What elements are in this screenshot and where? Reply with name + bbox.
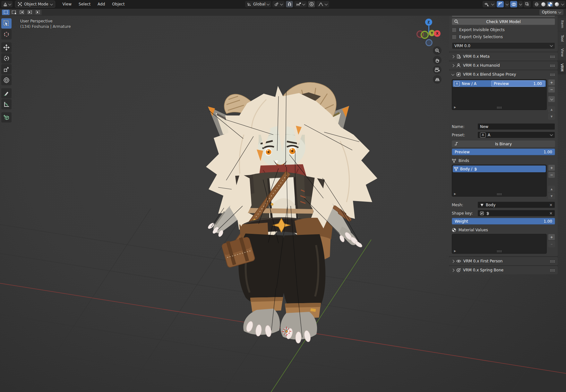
weight-slider[interactable]: Weight 1.00	[452, 218, 555, 225]
list-resize-grip[interactable]	[497, 193, 502, 195]
tab-vrm[interactable]: VRM	[558, 60, 566, 74]
tool-cursor[interactable]	[1, 29, 12, 39]
item-preview-slider[interactable]: Preview 1.00	[491, 81, 545, 87]
shading-material-button[interactable]	[547, 2, 553, 7]
gizmo-dropdown[interactable]	[505, 1, 509, 7]
camera-view-button[interactable]	[433, 65, 442, 74]
list-expand-icon[interactable]: ▶	[454, 192, 456, 195]
tool-add-cube[interactable]	[1, 112, 12, 123]
gizmo-z-ball[interactable]: Z	[425, 19, 432, 26]
export-invisible-checkbox[interactable]	[452, 28, 457, 32]
shapekey-field[interactable]: ×	[477, 210, 555, 217]
add-item-button[interactable]: +	[548, 79, 555, 86]
xray-toggle[interactable]	[524, 1, 531, 7]
menu-select[interactable]: Select	[75, 1, 94, 7]
options-button[interactable]: Options	[539, 9, 563, 15]
preset-dropdown[interactable]: A A	[477, 132, 555, 138]
overlays-dropdown[interactable]	[518, 1, 523, 7]
check-vrm-model-button[interactable]: Check VRM Model	[452, 18, 555, 25]
select-mode-intersect[interactable]	[34, 10, 42, 15]
object-visibility-dropdown[interactable]	[483, 1, 496, 7]
select-mode-invert[interactable]	[26, 10, 34, 15]
menu-view[interactable]: View	[59, 1, 75, 7]
tool-rotate[interactable]	[1, 53, 12, 64]
show-overlays-toggle[interactable]	[510, 1, 517, 7]
zoom-view-button[interactable]	[433, 46, 442, 55]
snap-target-dropdown[interactable]	[294, 1, 307, 7]
list-expand-icon[interactable]: ▶	[454, 106, 456, 109]
blend-shape-proxy-header[interactable]: VRM 0.x Blend Shape Proxy	[449, 70, 558, 79]
gizmo-x-ball[interactable]: X	[434, 30, 441, 37]
move-bind-down-button[interactable]: ▼	[548, 193, 555, 199]
vrm-first-person-header[interactable]: VRM 0.x First Person	[449, 257, 558, 265]
pivot-point-dropdown[interactable]	[272, 1, 285, 7]
tool-annotate[interactable]	[1, 88, 12, 98]
tool-scale[interactable]	[1, 64, 12, 74]
blend-shape-list-item[interactable]: A New / A Preview 1.00	[453, 80, 546, 87]
tab-view[interactable]: View	[558, 46, 566, 59]
navigation-gizmo[interactable]: Y X Z	[416, 18, 443, 46]
list-resize-grip[interactable]	[497, 250, 502, 252]
proportional-falloff-dropdown[interactable]	[316, 1, 329, 7]
remove-item-button[interactable]: −	[548, 86, 555, 93]
move-item-down-button[interactable]: ▼	[548, 113, 555, 120]
preview-slider[interactable]: Preview 1.00	[452, 149, 555, 155]
mesh-field[interactable]: Body ×	[477, 201, 555, 208]
show-gizmo-toggle[interactable]	[497, 1, 504, 7]
vrm-spring-bone-header[interactable]: VRM 0.x Spring Bone	[449, 266, 558, 274]
mesh-label: Mesh:	[452, 203, 477, 207]
drag-grip[interactable]	[550, 269, 555, 271]
tab-item[interactable]: Item	[558, 18, 566, 31]
pan-view-button[interactable]	[433, 56, 442, 64]
binds-list-item[interactable]: Body /	[453, 166, 546, 172]
export-selections-checkbox[interactable]	[452, 35, 457, 39]
chevron-down-icon	[558, 10, 562, 13]
move-item-up-button[interactable]: ▲	[548, 106, 555, 113]
transform-orientation-dropdown[interactable]: Global	[245, 1, 271, 7]
tool-move[interactable]	[1, 42, 12, 53]
add-bind-button[interactable]: +	[548, 165, 555, 171]
drag-grip[interactable]	[550, 73, 555, 76]
clear-mesh-button[interactable]: ×	[549, 203, 553, 207]
menu-object[interactable]: Object	[108, 1, 128, 7]
gizmo-y-ball[interactable]	[421, 31, 429, 39]
list-expand-icon[interactable]: ▶	[454, 250, 456, 252]
clear-shapekey-button[interactable]: ×	[549, 211, 553, 216]
list-resize-grip[interactable]	[497, 107, 502, 108]
move-bind-up-button[interactable]: ▲	[548, 186, 555, 192]
shading-wireframe-button[interactable]	[534, 2, 540, 7]
shading-solid-button[interactable]	[540, 2, 546, 7]
shading-rendered-button[interactable]	[554, 2, 560, 7]
drag-grip[interactable]	[550, 55, 555, 58]
binds-title: Binds	[459, 158, 469, 163]
name-field[interactable]: New	[477, 123, 555, 130]
binds-list[interactable]: Body / ▶	[452, 165, 547, 197]
tool-select-box[interactable]	[1, 18, 12, 29]
select-mode-subtract[interactable]	[18, 10, 26, 15]
select-mode-extend[interactable]	[10, 10, 18, 15]
tool-measure[interactable]	[1, 99, 12, 109]
character-model[interactable]	[206, 82, 377, 344]
drag-grip[interactable]	[550, 260, 555, 262]
list-specials-menu-button[interactable]	[548, 96, 555, 102]
material-values-list[interactable]: ▶	[452, 234, 547, 254]
drag-grip[interactable]	[550, 64, 555, 67]
remove-material-value-button[interactable]: −	[548, 241, 555, 247]
remove-bind-button[interactable]: −	[548, 172, 555, 178]
add-material-value-button[interactable]: +	[548, 234, 555, 240]
is-binary-toggle[interactable]: Is Binary	[452, 141, 555, 147]
tab-tool[interactable]: Tool	[558, 32, 566, 45]
vrm-meta-header[interactable]: VRM 0.x Meta	[449, 52, 558, 61]
mode-dropdown[interactable]: Object Mode	[15, 1, 55, 8]
menu-add[interactable]: Add	[94, 1, 108, 7]
select-mode-set[interactable]	[2, 10, 10, 15]
gizmo-negz-ball[interactable]	[425, 39, 433, 46]
blend-shape-list[interactable]: A New / A Preview 1.00 ▶	[452, 79, 547, 110]
vrm-version-dropdown[interactable]: VRM 0.0	[452, 42, 555, 49]
editor-type-button[interactable]	[1, 1, 13, 7]
proportional-editing-toggle[interactable]	[308, 1, 315, 7]
tool-transform[interactable]	[1, 75, 12, 85]
vrm-humanoid-header[interactable]: VRM 0.x Humanoid	[449, 61, 558, 70]
snap-toggle[interactable]	[286, 1, 293, 7]
toggle-perspective-button[interactable]	[433, 75, 442, 84]
